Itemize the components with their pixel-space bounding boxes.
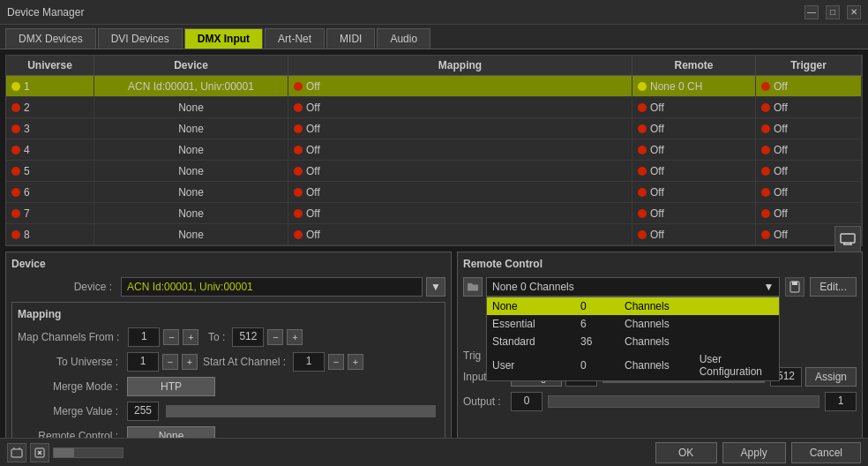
maximize-button[interactable]: □ — [826, 5, 840, 19]
svg-rect-5 — [792, 282, 797, 285]
header-universe: Universe — [6, 56, 94, 75]
output-value: 0 — [511, 392, 542, 411]
rc-option-essential-count: 6 — [580, 318, 625, 330]
remote-status: Off — [650, 186, 664, 199]
monitor-button[interactable] — [834, 226, 861, 252]
start-at-plus[interactable]: + — [348, 354, 363, 370]
trigger-dot — [761, 124, 770, 133]
device-name: None — [178, 186, 204, 199]
rc-option-user[interactable]: User 0 Channels User Configuration — [487, 350, 779, 380]
tab-midi[interactable]: MIDI — [326, 28, 375, 49]
universe-num: 2 — [24, 101, 30, 114]
mapping-dot — [294, 167, 303, 176]
device-name: None — [178, 123, 204, 135]
cancel-button[interactable]: Cancel — [791, 442, 861, 463]
rc-option-standard-name: Standard — [492, 335, 580, 348]
output-label: Output : — [463, 395, 507, 408]
remote-status: Off — [650, 229, 664, 241]
bottom-left-icons — [7, 443, 123, 462]
tab-dvi-devices[interactable]: DVI Devices — [98, 28, 183, 49]
table-row[interactable]: 8 None Off Off Off — [6, 224, 862, 245]
trigger-status: Off — [774, 186, 788, 199]
mapping-cell: Off — [288, 76, 632, 96]
rc-option-none[interactable]: None 0 Channels — [487, 297, 779, 315]
close-button[interactable]: ✕ — [847, 5, 861, 19]
tab-dmx-devices[interactable]: DMX Devices — [5, 28, 96, 49]
bottom-icon-1[interactable] — [7, 443, 26, 462]
status-dot — [11, 82, 20, 91]
table-row[interactable]: 2 None Off Off Off — [6, 97, 862, 118]
remote-cell: Off — [632, 118, 756, 139]
table-row[interactable]: 1 ACN Id:00001, Univ:00001 Off None 0 CH… — [6, 76, 862, 97]
device-name: None — [178, 101, 204, 114]
tab-art-net[interactable]: Art-Net — [265, 28, 325, 49]
edit-button[interactable]: Edit... — [810, 277, 857, 297]
remote-dot — [638, 209, 647, 218]
device-cell: None — [94, 224, 288, 244]
to-universe-minus[interactable]: − — [162, 354, 178, 370]
rc-option-standard[interactable]: Standard 36 Channels — [487, 333, 779, 350]
rc-select-display[interactable]: None 0 Channels ▼ — [486, 277, 780, 297]
device-dropdown-btn[interactable]: ▼ — [426, 277, 445, 297]
folder-button[interactable] — [463, 277, 483, 297]
table-row[interactable]: 6 None Off Off Off — [6, 182, 862, 203]
universe-num: 5 — [24, 165, 30, 177]
mapping-cell: Off — [288, 182, 632, 202]
input-assign-button-right[interactable]: Assign — [805, 367, 857, 387]
remote-cell: Off — [632, 224, 756, 244]
header-mapping: Mapping — [288, 56, 632, 75]
device-cell: None — [94, 139, 288, 160]
tab-dmx-input[interactable]: DMX Input — [184, 28, 263, 49]
table-row[interactable]: 3 None Off Off Off — [6, 118, 862, 139]
trigger-cell: Off — [756, 76, 862, 96]
mapping-dot — [294, 146, 303, 154]
status-dot — [11, 209, 20, 218]
rc-option-essential[interactable]: Essential 6 Channels — [487, 315, 779, 333]
map-from-minus[interactable]: − — [163, 329, 179, 345]
remote-status: None 0 CH — [650, 80, 702, 93]
remote-dot — [638, 188, 647, 197]
rc-option-user-name: User — [492, 359, 580, 372]
table-row[interactable]: 5 None Off Off Off — [6, 161, 862, 182]
remote-status: Off — [650, 144, 664, 156]
trigger-dot — [761, 230, 770, 239]
table-header: Universe Device Mapping Remote Trigger — [6, 56, 862, 76]
trigger-cell: Off — [756, 139, 862, 160]
remote-dot — [638, 103, 647, 112]
rc-option-none-name: None — [492, 300, 580, 312]
mapping-cell: Off — [288, 161, 632, 181]
remote-cell: Off — [632, 97, 756, 117]
output-slider[interactable] — [548, 395, 819, 408]
minimize-button[interactable]: — — [804, 5, 819, 19]
mapping-cell: Off — [288, 203, 632, 223]
start-at-minus[interactable]: − — [328, 354, 344, 370]
merge-value-slider[interactable] — [166, 405, 436, 417]
mapping-status: Off — [306, 229, 320, 241]
mapping-status: Off — [306, 144, 320, 156]
universe-table: Universe Device Mapping Remote Trigger 1… — [5, 55, 863, 246]
rc-option-user-label: Channels — [625, 359, 700, 372]
bottom-icon-2[interactable] — [30, 443, 49, 462]
merge-mode-btn[interactable]: HTP — [127, 377, 215, 396]
mapping-dot — [294, 188, 303, 197]
map-from-plus[interactable]: + — [183, 329, 198, 345]
rc-option-user-extra: User Configuration — [700, 353, 774, 378]
map-to-minus[interactable]: − — [267, 329, 283, 345]
mapping-status: Off — [306, 123, 320, 135]
table-row[interactable]: 7 None Off Off Off — [6, 203, 862, 224]
ok-button[interactable]: OK — [655, 442, 717, 463]
status-dot — [11, 124, 20, 133]
status-dot — [11, 167, 20, 176]
rc-select-container: None 0 Channels ▼ None 0 Channels Essent… — [486, 277, 780, 297]
main-content: Universe Device Mapping Remote Trigger 1… — [0, 49, 868, 462]
device-input[interactable] — [121, 277, 423, 297]
tab-audio[interactable]: Audio — [377, 28, 430, 49]
table-row[interactable]: 4 None Off Off Off — [6, 139, 862, 161]
map-to-plus[interactable]: + — [287, 329, 303, 345]
rc-dropdown-arrow: ▼ — [763, 281, 774, 293]
apply-button[interactable]: Apply — [722, 442, 786, 463]
merge-mode-label: Merge Mode : — [18, 380, 123, 393]
save-button[interactable] — [785, 277, 804, 297]
to-universe-plus[interactable]: + — [182, 354, 198, 370]
remote-cell: None 0 CH — [632, 76, 756, 96]
